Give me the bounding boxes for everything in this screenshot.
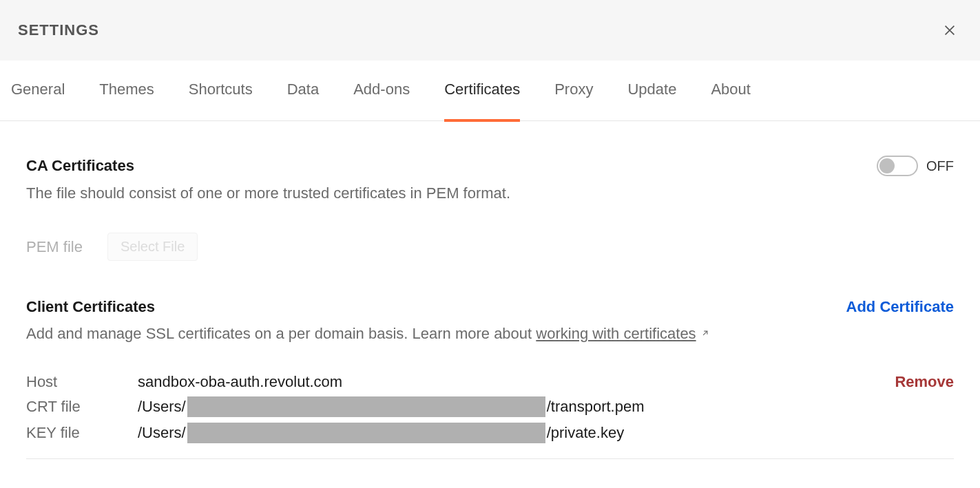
cert-host-label: Host: [26, 373, 138, 391]
client-cert-entry: Host sandbox-oba-auth.revolut.com Remove…: [26, 373, 954, 459]
settings-content: CA Certificates OFF The file should cons…: [0, 121, 980, 480]
redacted-block: [187, 396, 545, 417]
tab-about[interactable]: About: [711, 61, 751, 121]
crt-path-suffix: /transport.pem: [547, 398, 645, 416]
ca-toggle-wrap: OFF: [877, 156, 954, 176]
settings-tabs: General Themes Shortcuts Data Add-ons Ce…: [0, 61, 980, 121]
pem-file-label: PEM file: [26, 238, 83, 256]
crt-path-prefix: /Users/: [138, 398, 186, 416]
settings-header: SETTINGS: [0, 0, 980, 61]
client-section-title: Client Certificates: [26, 298, 155, 316]
cert-host-row: Host sandbox-oba-auth.revolut.com Remove: [26, 373, 954, 391]
tab-general[interactable]: General: [11, 61, 65, 121]
cert-crt-label: CRT file: [26, 398, 138, 416]
ca-certificates-section: CA Certificates OFF The file should cons…: [26, 156, 954, 261]
add-certificate-button[interactable]: Add Certificate: [846, 298, 954, 316]
ca-section-title: CA Certificates: [26, 157, 134, 175]
client-desc-text: Add and manage SSL certificates on a per…: [26, 325, 536, 342]
ca-section-desc: The file should consist of one or more t…: [26, 184, 954, 202]
toggle-knob: [879, 158, 895, 173]
close-icon: [942, 23, 957, 38]
cert-host-value: sandbox-oba-auth.revolut.com: [138, 373, 342, 391]
close-button[interactable]: [940, 21, 959, 40]
tab-data[interactable]: Data: [287, 61, 319, 121]
client-section-head: Client Certificates Add Certificate: [26, 298, 954, 316]
cert-key-row: KEY file /Users/ /private.key: [26, 423, 954, 443]
tab-addons[interactable]: Add-ons: [353, 61, 410, 121]
cert-key-label: KEY file: [26, 424, 138, 442]
cert-crt-value: /Users/ /transport.pem: [138, 396, 645, 417]
tab-shortcuts[interactable]: Shortcuts: [189, 61, 253, 121]
ca-toggle[interactable]: [877, 156, 918, 176]
external-link-icon: [700, 324, 710, 342]
tab-update[interactable]: Update: [627, 61, 676, 121]
ca-section-head: CA Certificates OFF: [26, 156, 954, 176]
tab-proxy[interactable]: Proxy: [554, 61, 593, 121]
ca-toggle-label: OFF: [926, 158, 954, 174]
remove-certificate-button[interactable]: Remove: [895, 373, 954, 391]
cert-crt-row: CRT file /Users/ /transport.pem: [26, 396, 954, 417]
client-certificates-section: Client Certificates Add Certificate Add …: [26, 298, 954, 459]
page-title: SETTINGS: [18, 21, 99, 39]
client-section-desc: Add and manage SSL certificates on a per…: [26, 324, 954, 343]
key-path-suffix: /private.key: [547, 424, 625, 442]
pem-file-row: PEM file Select File: [26, 233, 954, 261]
tab-certificates[interactable]: Certificates: [444, 61, 520, 121]
working-with-certificates-link[interactable]: working with certificates: [536, 325, 696, 342]
cert-key-value: /Users/ /private.key: [138, 423, 624, 443]
key-path-prefix: /Users/: [138, 424, 186, 442]
tab-themes[interactable]: Themes: [99, 61, 154, 121]
redacted-block: [187, 423, 545, 443]
select-file-button[interactable]: Select File: [107, 233, 198, 261]
